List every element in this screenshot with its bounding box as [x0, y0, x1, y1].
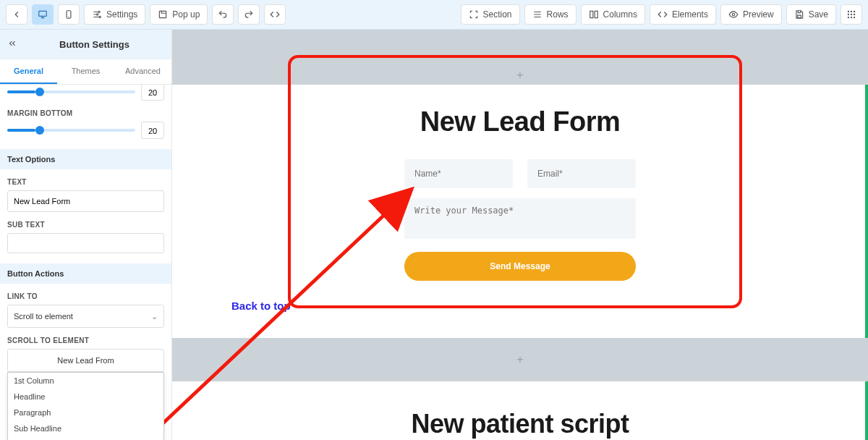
add-plus-icon[interactable]: +	[516, 353, 523, 366]
panel-body[interactable]: 20 MARGIN BOTTOM 20 Text Options TEXT SU…	[0, 85, 171, 440]
dropdown-item[interactable]: 1st Column	[8, 373, 163, 389]
scrollto-dropdown-menu[interactable]: 1st Column Headline Paragraph Sub Headli…	[7, 372, 164, 440]
back-to-top-link[interactable]: Back to top	[231, 300, 839, 312]
mobile-icon	[64, 9, 74, 20]
redo-icon	[244, 9, 254, 20]
margin-bottom-slider[interactable]	[7, 129, 135, 132]
code-button[interactable]	[264, 4, 286, 25]
preview-button[interactable]: Preview	[720, 4, 782, 25]
lead-form-title[interactable]: New Lead Form	[289, 106, 752, 138]
save-icon	[794, 9, 804, 20]
message-textarea[interactable]	[404, 198, 636, 239]
svg-point-10	[851, 11, 852, 12]
svg-rect-5	[160, 11, 166, 17]
linkto-select[interactable]: Scroll to element ⌄	[7, 305, 164, 328]
elements-label: Elements	[672, 9, 708, 20]
settings-label: Settings	[106, 9, 137, 20]
chevron-down-icon: ⌄	[151, 312, 158, 321]
svg-point-4	[99, 16, 101, 17]
apps-button[interactable]	[841, 4, 862, 25]
svg-rect-6	[590, 11, 592, 17]
rows-insert-button[interactable]: Rows	[524, 4, 576, 25]
text-options-header: Text Options	[0, 149, 171, 169]
preview-label: Preview	[743, 9, 774, 20]
dropdown-item[interactable]: Paragraph	[8, 405, 163, 420]
add-plus-icon[interactable]: +	[516, 69, 523, 82]
linkto-label: LINK TO	[7, 292, 164, 300]
desktop-view-button[interactable]	[32, 4, 54, 25]
svg-point-15	[848, 17, 849, 18]
svg-point-16	[851, 17, 852, 18]
redo-button[interactable]	[238, 4, 260, 25]
panel-tabs: General Themes Advanced	[0, 59, 171, 85]
margin-top-slider[interactable]	[7, 90, 135, 93]
tab-themes[interactable]: Themes	[57, 59, 114, 84]
dropdown-item[interactable]: Section	[8, 436, 163, 440]
grid-icon	[846, 9, 856, 20]
elements-insert-button[interactable]: Elements	[650, 4, 716, 25]
margin-top-value[interactable]: 20	[141, 85, 164, 101]
settings-button[interactable]: Settings	[84, 4, 145, 25]
svg-point-8	[732, 13, 735, 16]
subtext-label: SUB TEXT	[7, 221, 164, 229]
text-label: TEXT	[7, 178, 164, 186]
mobile-view-button[interactable]	[58, 4, 80, 25]
section-spacer[interactable]: +	[172, 30, 868, 85]
scrollto-label: SCROLL TO ELEMENT	[7, 337, 164, 344]
popup-icon	[158, 9, 168, 20]
undo-button[interactable]	[212, 4, 234, 25]
svg-point-3	[96, 14, 98, 15]
arrow-left-icon	[12, 9, 22, 20]
scrollto-select[interactable]: New Lead From	[7, 349, 164, 372]
scrollto-value: New Lead From	[57, 356, 114, 365]
code-icon	[658, 9, 668, 20]
svg-point-14	[854, 14, 855, 15]
lead-form-section[interactable]: New Lead Form Send Message Back to top	[172, 85, 868, 338]
eye-icon	[728, 9, 739, 20]
columns-insert-button[interactable]: Columns	[581, 4, 645, 25]
popup-button[interactable]: Pop up	[150, 4, 208, 25]
send-message-button[interactable]: Send Message	[404, 252, 636, 281]
expand-icon	[469, 9, 479, 20]
columns-label: Columns	[603, 9, 637, 20]
panel-title: Button Settings	[25, 39, 164, 50]
button-actions-header: Button Actions	[0, 263, 171, 284]
margin-bottom-label: MARGIN BOTTOM	[7, 109, 164, 117]
script-title[interactable]: New patient script	[208, 409, 832, 439]
subtext-input[interactable]	[7, 233, 164, 253]
top-toolbar: Settings Pop up Section Rows Columns Ele…	[0, 0, 868, 30]
section-spacer[interactable]: +	[172, 338, 868, 381]
linkto-value: Scroll to element	[14, 312, 73, 321]
svg-point-11	[854, 11, 855, 12]
undo-icon	[218, 9, 228, 20]
dropdown-item[interactable]: Sub Headline	[8, 420, 163, 436]
section-insert-button[interactable]: Section	[461, 4, 520, 25]
svg-rect-7	[595, 11, 597, 17]
script-section[interactable]: New patient script "Hey is this [NAME]? …	[172, 381, 868, 440]
back-button[interactable]	[6, 4, 27, 25]
text-input[interactable]	[7, 190, 164, 212]
svg-point-13	[851, 14, 852, 15]
panel-header: Button Settings	[0, 30, 171, 59]
margin-bottom-value[interactable]: 20	[141, 122, 164, 139]
panel-back-button[interactable]	[7, 38, 17, 51]
name-input[interactable]	[404, 159, 513, 188]
sliders-icon	[92, 9, 102, 20]
code-icon	[270, 9, 280, 20]
canvas[interactable]: + New Lead Form Send Message Back to top…	[172, 30, 868, 440]
save-label: Save	[809, 9, 828, 20]
svg-point-12	[848, 14, 849, 15]
rows-icon	[532, 9, 542, 20]
dropdown-item[interactable]: Headline	[8, 389, 163, 405]
columns-icon	[589, 9, 599, 20]
popup-label: Pop up	[172, 9, 200, 20]
chevron-double-left-icon	[7, 38, 17, 48]
desktop-icon	[38, 9, 48, 20]
email-input[interactable]	[527, 159, 636, 188]
svg-point-9	[848, 11, 849, 12]
tab-advanced[interactable]: Advanced	[114, 59, 171, 84]
section-label: Section	[483, 9, 512, 20]
save-button[interactable]: Save	[786, 4, 836, 25]
svg-point-2	[98, 11, 100, 12]
tab-general[interactable]: General	[0, 59, 57, 84]
